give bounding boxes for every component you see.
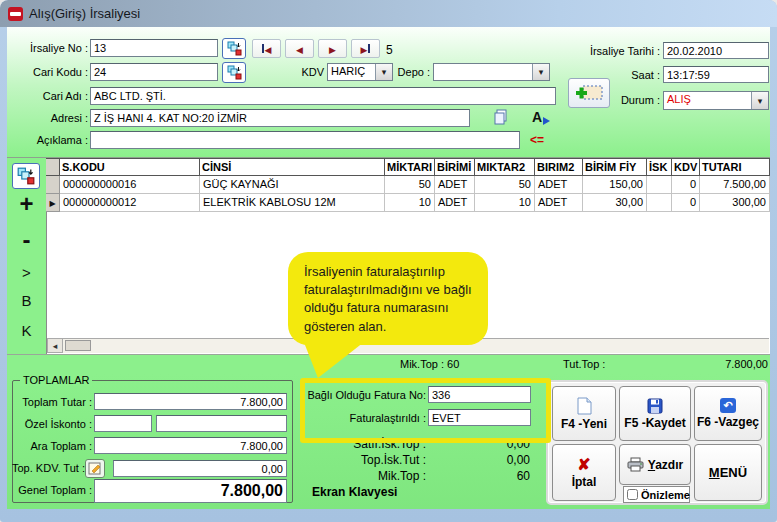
title-bar: Alış(Giriş) İrsaliyesi [0, 0, 777, 27]
nav-last-icon [361, 43, 368, 55]
f6-label: F6 -Vazgeç [697, 415, 759, 429]
dropdown-arrow-icon[interactable] [532, 64, 549, 80]
f5-button[interactable]: F5 -Kaydet [619, 386, 691, 441]
durum-label: Durum : [601, 94, 660, 107]
grid-header-indicator [46, 159, 60, 175]
row-indicator [46, 176, 60, 194]
toplam-tutar-input[interactable] [94, 393, 287, 410]
top-kdv-input[interactable] [113, 460, 287, 477]
column-header: BİRİM FİY [583, 159, 647, 175]
onizleme-label: Önizleme [641, 489, 690, 501]
grid-row-2[interactable]: 000000000012 ELEKTRİK KABLOSU 12M 10 ADE… [46, 194, 770, 212]
kdv-value: HARIÇ [328, 64, 375, 80]
copy-records-icon [227, 65, 242, 80]
sidebar-copy-button[interactable] [12, 163, 40, 189]
menu-button[interactable]: MENÜ [694, 444, 762, 501]
irsaliye-no-input[interactable] [90, 39, 218, 57]
ozel-iskonto-input-1[interactable] [94, 415, 152, 432]
ozel-iskonto-label: Özel İskonto : [14, 418, 92, 431]
cell-isk [647, 194, 672, 212]
cell-tutari: 7.500,00 [700, 176, 770, 194]
sidebar-remove-button[interactable]: - [7, 228, 46, 252]
bagli-fatura-input[interactable] [428, 386, 531, 403]
mik-top-label: Mik.Top : [306, 469, 426, 483]
cell-miktar2: 10 [475, 194, 535, 212]
add-record-icon [574, 83, 604, 103]
dropdown-arrow-icon[interactable] [751, 92, 768, 109]
cari-kodu-input[interactable] [90, 63, 218, 81]
top-isk-value: 0,00 [470, 453, 530, 467]
cell-birim-fiy: 150,00 [583, 176, 647, 194]
summary-strip [7, 354, 770, 374]
font-icon-button[interactable]: A [528, 107, 554, 127]
cell-kdv: 0 [672, 194, 700, 212]
nav-next-icon [329, 43, 336, 55]
copy-button-cari[interactable] [222, 62, 246, 83]
totals-legend: TOPLAMLAR [20, 374, 92, 386]
mik-top-value: 60 [470, 469, 530, 483]
yazdir-button[interactable]: Yazdır [619, 444, 691, 485]
cell-miktar2: 50 [475, 176, 535, 194]
f5-label: F5 -Kaydet [624, 416, 685, 430]
record-count: 5 [386, 43, 393, 57]
column-header: KDV [672, 159, 700, 175]
copy-records-icon [227, 41, 242, 56]
cancel-x-icon [577, 457, 590, 473]
sidebar-next-button[interactable]: > [7, 264, 46, 281]
f4-button[interactable]: F4 -Yeni [552, 386, 616, 441]
hscroll-thumb[interactable] [65, 340, 91, 351]
iptal-button[interactable]: İptal [552, 444, 616, 501]
durum-combo[interactable]: ALIŞ [663, 91, 769, 110]
copy-records-icon [17, 167, 35, 185]
column-header: BİRİMİ [435, 159, 475, 175]
grid-row-1[interactable]: 000000000016 GÜÇ KAYNAĞI 50 ADET 50 ADET… [46, 176, 770, 194]
saat-input[interactable] [663, 66, 769, 83]
nav-prev-button[interactable] [285, 39, 314, 58]
yazdir-label: Yazdır [648, 458, 683, 472]
kdv-edit-icon [88, 461, 103, 476]
ekran-klavyesi-button[interactable]: Ekran Klavyesi [312, 485, 397, 499]
sidebar-add-button[interactable]: + [7, 192, 46, 216]
ara-toplam-input[interactable] [94, 437, 287, 454]
irsaliye-tarihi-input[interactable] [663, 42, 769, 59]
cell-tutari: 300,00 [700, 194, 770, 212]
faturalastirildi-input[interactable] [428, 409, 531, 426]
cell-cinsi: ELEKTRİK KABLOSU 12M [200, 194, 385, 212]
onizleme-checkbox[interactable] [627, 489, 638, 500]
depo-combo[interactable] [433, 63, 550, 81]
genel-toplam-input[interactable] [94, 479, 287, 503]
ara-toplam-label: Ara Toplam : [14, 440, 92, 453]
dropdown-arrow-icon[interactable] [375, 64, 392, 80]
column-header: TUTARI [700, 159, 770, 175]
f6-button[interactable]: F6 -Vazgeç [694, 386, 762, 441]
cell-birim2: ADET [535, 176, 583, 194]
cari-adi-input[interactable] [90, 87, 556, 105]
adresi-label: Adresi : [10, 112, 88, 125]
save-floppy-icon [647, 398, 663, 414]
new-document-icon [577, 397, 592, 415]
column-header: MİKTARI [385, 159, 435, 175]
top-kdv-label: Top. KDV. Tut : [12, 462, 82, 475]
cell-s-kodu: 000000000012 [60, 194, 200, 212]
nav-first-button[interactable] [252, 39, 281, 58]
cell-birimi: ADET [435, 176, 475, 194]
copy-button-irsaliye[interactable] [222, 38, 246, 59]
aciklama-input[interactable] [90, 131, 520, 149]
cell-s-kodu: 000000000016 [60, 176, 200, 194]
nav-next-button[interactable] [318, 39, 347, 58]
onizleme-tab: Önizleme [623, 486, 690, 503]
cell-miktari: 50 [385, 176, 435, 194]
cell-cinsi: GÜÇ KAYNAĞI [200, 176, 385, 194]
adresi-input[interactable] [90, 109, 470, 127]
ozel-iskonto-input-2[interactable] [156, 415, 287, 432]
hscroll-left-button[interactable] [47, 338, 63, 353]
sidebar-k-button[interactable]: K [7, 322, 46, 339]
sidebar-b-button[interactable]: B [7, 292, 46, 309]
nav-last-button[interactable] [351, 39, 380, 58]
pages-icon-button[interactable] [490, 107, 512, 127]
cari-adi-label: Cari Adı : [10, 90, 88, 103]
kdv-combo[interactable]: HARIÇ [327, 63, 393, 81]
kdv-edit-button[interactable] [85, 459, 105, 478]
strip-tut-top-label: Tut.Top : [563, 358, 605, 370]
kdv-label: KDV [284, 66, 324, 79]
